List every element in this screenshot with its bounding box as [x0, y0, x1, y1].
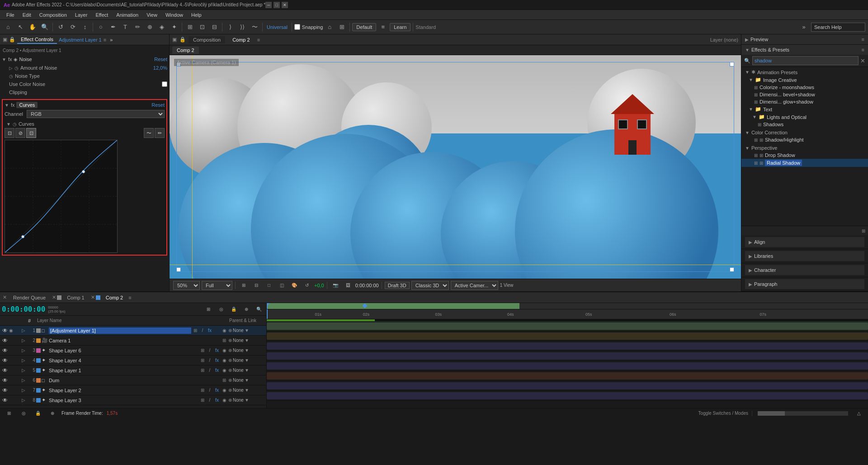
- layer-row-5[interactable]: 👁 ▷ 5 ✦ Shape Layer 1 ⊞ / fx ◉ ⊕ None ▼: [0, 365, 266, 375]
- puppet-tool[interactable]: ✦: [169, 22, 179, 33]
- comp-name-tab[interactable]: Comp 2: [228, 36, 255, 43]
- learn-btn[interactable]: Learn: [390, 23, 410, 31]
- track-2[interactable]: [267, 331, 868, 341]
- comp2-menu[interactable]: ≡: [128, 295, 131, 300]
- vis-4[interactable]: 👁: [2, 357, 8, 364]
- toggle-switches-btn[interactable]: Toggle Switches / Modes: [698, 411, 748, 416]
- sw1-1[interactable]: ⊞: [192, 328, 198, 333]
- parent-val-8[interactable]: None: [233, 398, 244, 403]
- search-timeline-btn[interactable]: 🔍: [254, 304, 264, 315]
- curves-graph[interactable]: [5, 140, 118, 253]
- comp2-tab[interactable]: Comp 2: [101, 294, 128, 301]
- expand-btn[interactable]: »: [798, 22, 809, 33]
- pen-curve-btn[interactable]: ✏: [155, 128, 165, 138]
- show-snapshot-btn[interactable]: 🖼: [343, 280, 354, 291]
- curves-reset-btn[interactable]: Reset: [151, 102, 165, 108]
- parent-val-4[interactable]: None: [233, 358, 244, 363]
- expand-4[interactable]: ▷: [22, 358, 27, 363]
- default-workspace[interactable]: Default: [352, 23, 376, 31]
- timecode-main[interactable]: 0:00:00:00: [2, 305, 45, 313]
- safe-zones-btn[interactable]: □: [264, 280, 274, 291]
- parent-val-2[interactable]: None: [233, 338, 244, 343]
- vis-1[interactable]: 👁: [2, 327, 8, 334]
- rotate-tool[interactable]: ↺: [55, 22, 66, 33]
- track-7[interactable]: [267, 381, 868, 391]
- sw3-fx[interactable]: fx: [214, 348, 220, 353]
- brush-tool[interactable]: ✏: [132, 22, 143, 33]
- zoom-tool[interactable]: 🔍: [39, 22, 50, 33]
- colorize-moonshadows-item[interactable]: ⊞ Colorize - moonshadows: [741, 84, 868, 91]
- track-4[interactable]: [267, 351, 868, 361]
- fit-to-comp-btn[interactable]: ⊞: [238, 280, 249, 291]
- workspace-menu[interactable]: ≡: [377, 22, 388, 33]
- effects-search-input[interactable]: [752, 56, 859, 65]
- quality-select[interactable]: Full Half Quarter: [202, 281, 232, 290]
- take-snapshot-btn[interactable]: 📷: [330, 280, 341, 291]
- layer-row-6[interactable]: 👁 ▷ 6 □ Dum ⊞ ⊕ None ▼: [0, 375, 266, 385]
- comp2-close-icon[interactable]: ✕: [91, 294, 95, 300]
- expand-2[interactable]: ▷: [22, 338, 27, 343]
- snap-tool[interactable]: ⊡: [197, 22, 208, 33]
- noise-expand[interactable]: ▼: [2, 57, 6, 62]
- glow-shadow-item[interactable]: ⊞ Dimensi... glow+shadow: [741, 98, 868, 105]
- radial-shadow-item[interactable]: ⊞ ⊞ Radial Shadow: [741, 159, 868, 167]
- sw1-4[interactable]: ◉: [221, 328, 227, 333]
- vis-3[interactable]: 👁: [2, 347, 8, 354]
- renderer-select[interactable]: Classic 3D: [411, 281, 449, 290]
- noise-reset-btn[interactable]: Reset: [154, 57, 167, 62]
- shadow-highlight-item[interactable]: ⊞ ⊞ Shadow/Highlight: [741, 136, 868, 143]
- select-tool[interactable]: ↖: [15, 22, 26, 33]
- vis-5[interactable]: 👁: [2, 367, 8, 374]
- text-group-item[interactable]: ▼ 📁 Text: [741, 105, 868, 113]
- layer-row-8[interactable]: 👁 ▷ 8 ✦ Shape Layer 3 ⊞ / fx ◉ ⊕ None ▼: [0, 395, 266, 405]
- sw5-1[interactable]: ⊞: [199, 368, 206, 373]
- camera-tool[interactable]: ⟳: [67, 22, 78, 33]
- sw4-3[interactable]: ◉: [221, 358, 227, 363]
- track-8[interactable]: [267, 391, 868, 401]
- sw5-3[interactable]: ◉: [221, 368, 227, 373]
- sw4-fx[interactable]: fx: [214, 358, 220, 363]
- custom-curve-btn[interactable]: ⊡: [26, 128, 36, 138]
- pen-tool[interactable]: ✒: [108, 22, 118, 33]
- maximize-button[interactable]: □: [274, 2, 280, 8]
- effect-controls-tab[interactable]: Effect Controls: [17, 36, 57, 44]
- toggle-all-btn[interactable]: ⊞: [203, 304, 214, 315]
- vis-2[interactable]: 👁: [2, 337, 8, 344]
- search-clear-btn[interactable]: ✕: [860, 57, 865, 64]
- composition-viewer[interactable]: Active Camera (Camera 1): [170, 55, 741, 279]
- expand-8[interactable]: ▷: [22, 398, 27, 403]
- sw8-1[interactable]: ⊞: [199, 398, 206, 403]
- comp1-tab[interactable]: Comp 1: [62, 294, 89, 301]
- graph-editor[interactable]: 〜: [249, 22, 260, 33]
- libraries-header[interactable]: ▶ Libraries: [745, 251, 864, 261]
- expand-panel-btn[interactable]: »: [110, 37, 113, 43]
- menu-effect[interactable]: Effect: [92, 11, 112, 19]
- mask-tool[interactable]: ○: [95, 22, 106, 33]
- status-icon-2[interactable]: ◎: [18, 408, 29, 419]
- sw8-3[interactable]: ◉: [221, 398, 227, 403]
- layer-row-4[interactable]: 👁 ▷ 4 ✦ Shape Layer 4 ⊞ / fx ◉ ⊕ None ▼: [0, 356, 266, 365]
- panel-menu-btn[interactable]: ≡: [104, 37, 106, 43]
- menu-help[interactable]: Help: [188, 11, 205, 19]
- linear-curve-btn[interactable]: ⊘: [15, 128, 25, 138]
- parent-val-5[interactable]: None: [233, 368, 244, 373]
- color-correction-header[interactable]: ▼ Color Correction: [741, 129, 868, 136]
- stamp-tool[interactable]: ⊕: [144, 22, 155, 33]
- motion-path[interactable]: ⟩: [225, 22, 236, 33]
- refresh-btn[interactable]: ↺: [302, 280, 312, 291]
- align-tool[interactable]: ⊞: [184, 22, 195, 33]
- vis-7[interactable]: 👁: [2, 387, 8, 394]
- layer-row-3[interactable]: 👁 ▷ 3 ✦ Shape Layer 6 ⊞ / fx ◉ ⊕ None ▼: [0, 346, 266, 356]
- track-6[interactable]: [267, 371, 868, 381]
- sw3-1[interactable]: ⊞: [199, 348, 206, 353]
- character-header[interactable]: ▶ Character: [745, 265, 864, 275]
- preview-header[interactable]: ▶ Preview ≡: [741, 34, 868, 44]
- timeline-close-btn[interactable]: ✕: [3, 294, 7, 300]
- camera-view-select[interactable]: Active Camer...: [451, 281, 498, 290]
- draft-3d-btn[interactable]: Draft 3D: [385, 282, 410, 289]
- add-keyframe-btn[interactable]: ⊕: [241, 304, 252, 315]
- grid-tool[interactable]: ⊟: [209, 22, 220, 33]
- snap-options[interactable]: ⌂: [324, 22, 335, 33]
- sw3-3[interactable]: ◉: [221, 348, 227, 353]
- menu-edit[interactable]: Edit: [19, 11, 35, 19]
